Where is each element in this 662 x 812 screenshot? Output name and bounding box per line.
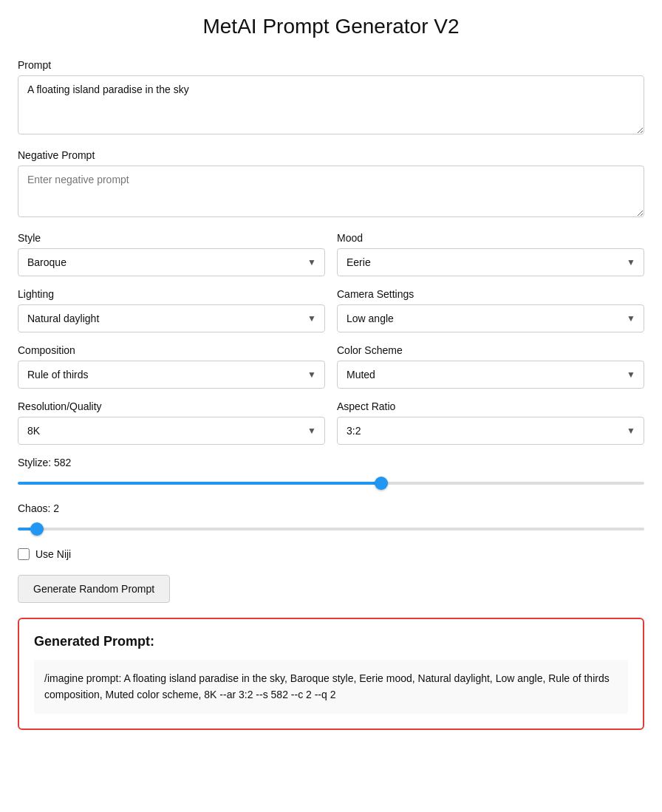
composition-label: Composition [18, 344, 325, 356]
composition-field: Composition Rule of thirds Symmetrical L… [18, 344, 325, 389]
style-select[interactable]: Baroque Impressionist Surrealist Minimal… [18, 248, 325, 276]
chaos-slider[interactable] [18, 528, 644, 530]
aspect-ratio-field: Aspect Ratio 3:2 16:9 1:1 4:3 9:16 ▼ [337, 400, 644, 445]
use-niji-checkbox[interactable] [18, 548, 30, 560]
stylize-slider[interactable] [18, 482, 644, 485]
generate-random-prompt-button[interactable]: Generate Random Prompt [18, 575, 170, 603]
resolution-label: Resolution/Quality [18, 400, 325, 412]
mood-field: Mood Eerie Calm Dramatic Joyful Melancho… [337, 232, 644, 276]
prompt-section: Prompt A floating island paradise in the… [18, 59, 644, 137]
lighting-camera-row: Lighting Natural daylight Golden hour Ne… [18, 288, 644, 332]
lighting-label: Lighting [18, 288, 325, 300]
composition-select[interactable]: Rule of thirds Symmetrical Leading lines… [18, 361, 325, 389]
camera-field: Camera Settings Low angle High angle Bir… [337, 288, 644, 332]
lighting-select-wrapper: Natural daylight Golden hour Neon Studio… [18, 304, 325, 332]
chaos-section: Chaos: 2 [18, 502, 644, 533]
mood-select[interactable]: Eerie Calm Dramatic Joyful Melancholic [337, 248, 644, 276]
aspect-ratio-select-wrapper: 3:2 16:9 1:1 4:3 9:16 ▼ [337, 417, 644, 445]
aspect-ratio-label: Aspect Ratio [337, 400, 644, 412]
composition-color-row: Composition Rule of thirds Symmetrical L… [18, 344, 644, 389]
color-scheme-field: Color Scheme Muted Vibrant Monochrome Pa… [337, 344, 644, 389]
lighting-select[interactable]: Natural daylight Golden hour Neon Studio… [18, 304, 325, 332]
page-title: MetAI Prompt Generator V2 [18, 15, 644, 38]
generated-output-text: /imagine prompt: A floating island parad… [34, 660, 628, 714]
mood-label: Mood [337, 232, 644, 244]
camera-select[interactable]: Low angle High angle Bird's eye Close-up… [337, 304, 644, 332]
camera-select-wrapper: Low angle High angle Bird's eye Close-up… [337, 304, 644, 332]
camera-label: Camera Settings [337, 288, 644, 300]
color-scheme-select-wrapper: Muted Vibrant Monochrome Pastel Neon ▼ [337, 361, 644, 389]
generated-output-section: Generated Prompt: /imagine prompt: A flo… [18, 618, 644, 730]
negative-prompt-label: Negative Prompt [18, 149, 644, 161]
color-scheme-select[interactable]: Muted Vibrant Monochrome Pastel Neon [337, 361, 644, 389]
use-niji-row: Use Niji [18, 548, 644, 560]
prompt-input[interactable]: A floating island paradise in the sky [18, 75, 644, 134]
mood-select-wrapper: Eerie Calm Dramatic Joyful Melancholic ▼ [337, 248, 644, 276]
color-scheme-label: Color Scheme [337, 344, 644, 356]
aspect-ratio-select[interactable]: 3:2 16:9 1:1 4:3 9:16 [337, 417, 644, 445]
negative-prompt-section: Negative Prompt [18, 149, 644, 220]
stylize-label: Stylize: 582 [18, 457, 644, 468]
style-mood-row: Style Baroque Impressionist Surrealist M… [18, 232, 644, 276]
stylize-section: Stylize: 582 [18, 457, 644, 488]
lighting-field: Lighting Natural daylight Golden hour Ne… [18, 288, 325, 332]
style-label: Style [18, 232, 325, 244]
generated-output-title: Generated Prompt: [34, 634, 628, 649]
use-niji-label[interactable]: Use Niji [35, 548, 71, 560]
negative-prompt-input[interactable] [18, 166, 644, 217]
style-select-wrapper: Baroque Impressionist Surrealist Minimal… [18, 248, 325, 276]
chaos-label: Chaos: 2 [18, 502, 644, 514]
composition-select-wrapper: Rule of thirds Symmetrical Leading lines… [18, 361, 325, 389]
resolution-aspect-row: Resolution/Quality 8K 4K HD Standard ▼ A… [18, 400, 644, 445]
prompt-label: Prompt [18, 59, 644, 71]
resolution-field: Resolution/Quality 8K 4K HD Standard ▼ [18, 400, 325, 445]
resolution-select-wrapper: 8K 4K HD Standard ▼ [18, 417, 325, 445]
style-field: Style Baroque Impressionist Surrealist M… [18, 232, 325, 276]
resolution-select[interactable]: 8K 4K HD Standard [18, 417, 325, 445]
